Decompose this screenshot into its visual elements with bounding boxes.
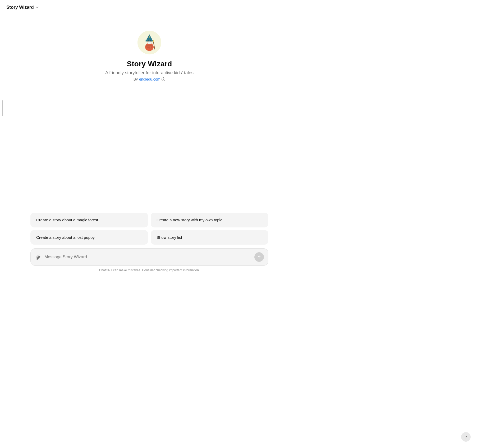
app-title-header[interactable]: Story Wizard bbox=[6, 5, 39, 10]
info-icon[interactable]: i bbox=[162, 77, 165, 81]
svg-rect-6 bbox=[145, 40, 153, 41]
suggestion-story-list[interactable]: Show story list bbox=[151, 230, 268, 245]
svg-point-4 bbox=[148, 41, 151, 44]
app-author: By engledu.com i bbox=[134, 77, 166, 81]
chevron-down-icon bbox=[35, 6, 39, 9]
bottom-section: Create a story about a magic forest Crea… bbox=[0, 213, 299, 272]
app-description: A friendly storyteller for interactive k… bbox=[105, 70, 194, 76]
svg-point-10 bbox=[150, 40, 151, 41]
svg-line-11 bbox=[153, 41, 155, 49]
scrollbar[interactable] bbox=[2, 100, 3, 116]
main-content: ✦ ✦ Story Wizard A friendly storyteller … bbox=[0, 15, 299, 87]
wizard-illustration: ✦ ✦ bbox=[140, 33, 159, 52]
attach-icon[interactable] bbox=[35, 254, 42, 260]
svg-rect-14 bbox=[146, 45, 153, 46]
suggestion-grid: Create a story about a magic forest Crea… bbox=[30, 213, 268, 245]
disclaimer: ChatGPT can make mistakes. Consider chec… bbox=[99, 268, 200, 272]
header: Story Wizard bbox=[0, 0, 299, 15]
svg-point-9 bbox=[148, 40, 149, 41]
send-button[interactable] bbox=[254, 252, 264, 262]
app-name: Story Wizard bbox=[127, 60, 172, 68]
author-prefix: By bbox=[134, 77, 138, 81]
suggestion-lost-puppy[interactable]: Create a story about a lost puppy bbox=[30, 230, 148, 245]
message-input-container bbox=[30, 248, 268, 266]
author-link[interactable]: engledu.com bbox=[139, 77, 160, 81]
avatar: ✦ ✦ bbox=[137, 31, 161, 54]
suggestion-own-topic[interactable]: Create a new story with my own topic bbox=[151, 213, 268, 227]
header-title-text: Story Wizard bbox=[6, 5, 34, 10]
svg-point-2 bbox=[150, 47, 151, 48]
message-input[interactable] bbox=[44, 255, 252, 259]
svg-text:✦: ✦ bbox=[153, 40, 154, 42]
suggestion-magic-forest[interactable]: Create a story about a magic forest bbox=[30, 213, 148, 227]
